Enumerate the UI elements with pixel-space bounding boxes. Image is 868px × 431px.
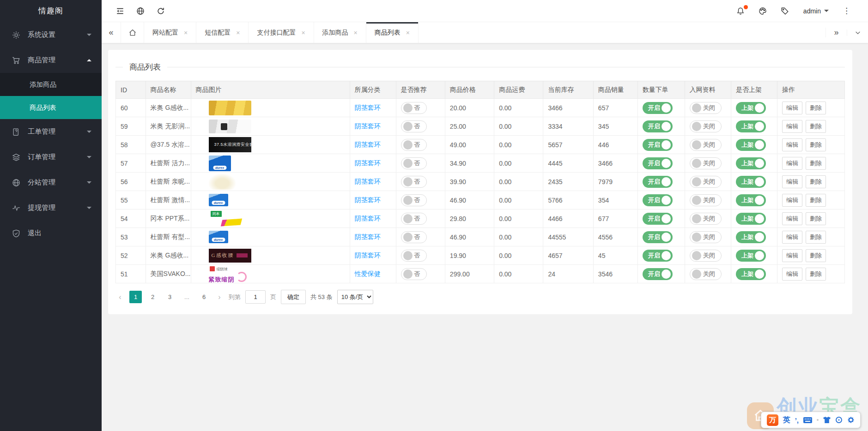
scroll-tabs-left-icon[interactable]: « (102, 22, 121, 43)
listed-toggle[interactable]: 上架 (736, 231, 766, 243)
network-info-toggle[interactable]: 关闭 (690, 268, 722, 280)
prev-page-icon[interactable]: ‹ (115, 293, 125, 301)
edit-button[interactable]: 编辑 (782, 268, 802, 281)
edit-button[interactable]: 编辑 (782, 138, 802, 151)
quantity-order-toggle[interactable]: 开启 (643, 157, 673, 169)
tab-close-icon[interactable]: × (301, 29, 305, 36)
recommend-toggle[interactable]: 否 (401, 268, 427, 280)
notifications-bell-icon[interactable] (730, 0, 751, 22)
category-link[interactable]: 阴茎套环 (355, 215, 381, 222)
recommend-toggle[interactable]: 否 (401, 120, 427, 132)
page-number-6[interactable]: 6 (198, 291, 210, 303)
sidebar-item-withdraw[interactable]: 提现管理 (0, 195, 102, 221)
quantity-order-toggle[interactable]: 开启 (643, 102, 673, 114)
refresh-icon[interactable] (151, 0, 171, 22)
tab-close-icon[interactable]: × (236, 29, 240, 36)
page-number-3[interactable]: 3 (164, 291, 176, 303)
category-link[interactable]: 阴茎套环 (355, 178, 381, 185)
recommend-toggle[interactable]: 否 (401, 213, 427, 225)
ime-logo-icon[interactable]: 万 (767, 414, 778, 426)
category-link[interactable]: 性爱保健 (355, 270, 381, 277)
goto-confirm-button[interactable]: 确定 (281, 290, 306, 304)
sidebar-item-system[interactable]: 系统设置 (0, 22, 102, 48)
tab-close-icon[interactable]: × (184, 29, 188, 36)
user-menu[interactable]: admin (797, 7, 835, 15)
home-tab-icon[interactable] (121, 22, 144, 43)
theme-palette-icon[interactable] (753, 0, 773, 22)
delete-button[interactable]: 删除 (806, 249, 826, 262)
recommend-toggle[interactable]: 否 (401, 194, 427, 206)
page-number-1[interactable]: 1 (129, 291, 142, 303)
tab-5[interactable]: 商品列表× (366, 22, 419, 43)
category-link[interactable]: 阴茎套环 (355, 196, 381, 204)
network-info-toggle[interactable]: 关闭 (690, 213, 722, 225)
listed-toggle[interactable]: 上架 (736, 157, 766, 169)
quantity-order-toggle[interactable]: 开启 (643, 231, 673, 243)
delete-button[interactable]: 删除 (806, 138, 826, 151)
language-globe-icon[interactable] (130, 0, 151, 22)
delete-button[interactable]: 删除 (806, 102, 826, 114)
delete-button[interactable]: 删除 (806, 268, 826, 281)
edit-button[interactable]: 编辑 (782, 157, 802, 170)
network-info-toggle[interactable]: 关闭 (690, 231, 722, 243)
sidebar-item-substation[interactable]: 分站管理 (0, 170, 102, 195)
sidebar-item-goods-add[interactable]: 添加商品 (0, 73, 102, 96)
listed-toggle[interactable]: 上架 (736, 213, 766, 225)
recommend-toggle[interactable]: 否 (401, 157, 427, 169)
quantity-order-toggle[interactable]: 开启 (643, 268, 673, 280)
next-page-icon[interactable]: › (215, 293, 224, 301)
more-menu-icon[interactable]: ⋮ (837, 6, 856, 16)
ime-settings-gear-icon[interactable] (847, 416, 855, 424)
network-info-toggle[interactable]: 关闭 (690, 194, 722, 206)
listed-toggle[interactable]: 上架 (736, 250, 766, 262)
quantity-order-toggle[interactable]: 开启 (643, 120, 673, 132)
scroll-tabs-right-icon[interactable]: » (826, 28, 847, 37)
sidebar-item-goods-list[interactable]: 商品列表 (0, 96, 102, 119)
ime-language-toggle[interactable]: 英 (783, 415, 790, 425)
page-number-2[interactable]: 2 (146, 291, 159, 303)
edit-button[interactable]: 编辑 (782, 102, 802, 114)
edit-button[interactable]: 编辑 (782, 175, 802, 188)
network-info-toggle[interactable]: 关闭 (690, 120, 722, 132)
quantity-order-toggle[interactable]: 开启 (643, 139, 673, 151)
edit-button[interactable]: 编辑 (782, 231, 802, 244)
category-link[interactable]: 阴茎套环 (355, 104, 381, 111)
category-link[interactable]: 阴茎套环 (355, 141, 381, 148)
recommend-toggle[interactable]: 否 (401, 102, 427, 114)
recommend-toggle[interactable]: 否 (401, 250, 427, 262)
sidebar-item-orders[interactable]: 订单管理 (0, 144, 102, 170)
delete-button[interactable]: 删除 (806, 212, 826, 225)
edit-button[interactable]: 编辑 (782, 212, 802, 225)
ime-ai-icon[interactable] (835, 416, 843, 424)
network-info-toggle[interactable]: 关闭 (690, 176, 722, 188)
tab-3[interactable]: 支付接口配置× (249, 22, 314, 43)
edit-button[interactable]: 编辑 (782, 194, 802, 207)
edit-button[interactable]: 编辑 (782, 249, 802, 262)
tab-1[interactable]: 网站配置× (144, 22, 196, 43)
quantity-order-toggle[interactable]: 开启 (643, 213, 673, 225)
delete-button[interactable]: 删除 (806, 194, 826, 207)
listed-toggle[interactable]: 上架 (736, 268, 766, 280)
sidebar-item-workorder[interactable]: 工单管理 (0, 119, 102, 144)
delete-button[interactable]: 删除 (806, 231, 826, 244)
quantity-order-toggle[interactable]: 开启 (643, 194, 673, 206)
recommend-toggle[interactable]: 否 (401, 231, 427, 243)
quantity-order-toggle[interactable]: 开启 (643, 250, 673, 262)
network-info-toggle[interactable]: 关闭 (690, 157, 722, 169)
listed-toggle[interactable]: 上架 (736, 176, 766, 188)
category-link[interactable]: 阴茎套环 (355, 251, 381, 259)
tab-close-icon[interactable]: × (354, 29, 358, 36)
network-info-toggle[interactable]: 关闭 (690, 139, 722, 151)
tab-2[interactable]: 短信配置× (196, 22, 249, 43)
sidebar-item-goods[interactable]: 商品管理 (0, 48, 102, 73)
ime-skin-shirt-icon[interactable] (823, 417, 831, 423)
ime-keyboard-icon[interactable] (803, 417, 812, 423)
page-size-select[interactable]: 10 条/页 (337, 290, 373, 304)
network-info-toggle[interactable]: 关闭 (690, 102, 722, 114)
edit-button[interactable]: 编辑 (782, 120, 802, 133)
sidebar-item-logout[interactable]: 退出 (0, 221, 102, 246)
quantity-order-toggle[interactable]: 开启 (643, 176, 673, 188)
listed-toggle[interactable]: 上架 (736, 102, 766, 114)
listed-toggle[interactable]: 上架 (736, 120, 766, 132)
listed-toggle[interactable]: 上架 (736, 139, 766, 151)
